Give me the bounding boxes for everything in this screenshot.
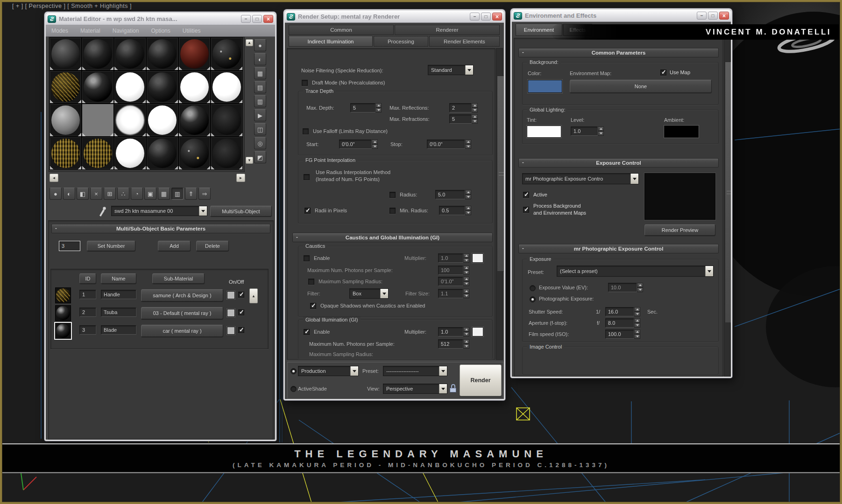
- close-button[interactable]: ×: [719, 12, 729, 20]
- exposure-preset-dropdown[interactable]: (Select a preset): [557, 266, 714, 277]
- set-number-button[interactable]: Set Number: [87, 241, 135, 251]
- environment-titlebar[interactable]: Ƨ Environment and Effects – □ ×: [512, 10, 731, 22]
- material-count-field[interactable]: 3: [59, 241, 80, 251]
- max-refractions-field[interactable]: 5: [449, 114, 472, 124]
- material-sample-slot[interactable]: [211, 104, 243, 137]
- filter-dropdown[interactable]: Box: [349, 288, 389, 299]
- go-forward-to-sibling-icon[interactable]: ⇒: [198, 188, 211, 200]
- name-field[interactable]: Handle: [101, 290, 136, 299]
- tab-common[interactable]: Common: [289, 25, 394, 35]
- use-falloff-checkbox[interactable]: [303, 128, 309, 134]
- material-sample-slot[interactable]: [82, 37, 114, 70]
- dropdown-arrow-icon[interactable]: [350, 366, 358, 376]
- minimize-button[interactable]: –: [697, 12, 707, 20]
- maximize-button[interactable]: □: [252, 15, 262, 23]
- sub-material-thumbnail[interactable]: [55, 305, 71, 321]
- gi-multiplier-field[interactable]: 1.0: [438, 327, 463, 336]
- material-sample-slot[interactable]: [211, 70, 243, 104]
- menu-navigation[interactable]: Navigation: [113, 28, 139, 34]
- caustics-photons-spinner[interactable]: [463, 266, 469, 275]
- gi-photons-spinner[interactable]: [463, 339, 469, 349]
- exposure-value-radio[interactable]: [530, 285, 536, 291]
- make-preview-icon[interactable]: ▶: [254, 109, 266, 121]
- production-radio[interactable]: [290, 368, 297, 374]
- material-sample-slot[interactable]: [211, 137, 243, 170]
- dropdown-arrow-icon[interactable]: [465, 65, 473, 75]
- minimize-button[interactable]: –: [470, 13, 480, 21]
- material-sample-slot[interactable]: [178, 104, 211, 137]
- tab-indirect-illumination[interactable]: Indirect Illumination: [289, 36, 373, 47]
- maximize-button[interactable]: □: [481, 13, 491, 21]
- select-by-material-icon[interactable]: ◎: [254, 137, 266, 149]
- caustics-multiplier-field[interactable]: 1.0: [438, 253, 463, 263]
- radius-checkbox[interactable]: [389, 192, 396, 198]
- id-field[interactable]: 1: [79, 290, 96, 299]
- caustics-gi-rollout[interactable]: - Caustics and Global Illumination (GI): [292, 233, 493, 242]
- menu-options[interactable]: Options: [151, 28, 170, 34]
- dropdown-arrow-icon[interactable]: [630, 174, 638, 184]
- dropdown-arrow-icon[interactable]: [380, 289, 388, 298]
- filter-size-field[interactable]: 1.1: [438, 289, 463, 298]
- make-material-copy-icon[interactable]: ⊞: [104, 188, 116, 200]
- tab-processing[interactable]: Processing: [374, 36, 428, 47]
- mr-exposure-rollout[interactable]: - mr Photographic Exposure Control: [518, 244, 719, 253]
- make-unique-icon[interactable]: ∴: [117, 188, 129, 200]
- min-radius-spinner[interactable]: [465, 206, 471, 215]
- shutter-speed-field[interactable]: 16.0: [605, 307, 634, 316]
- sub-material-thumbnail[interactable]: [55, 287, 71, 303]
- ambient-color-swatch[interactable]: [664, 126, 699, 138]
- background-icon[interactable]: ▦: [254, 67, 266, 79]
- exposure-value-field[interactable]: 10.0: [608, 283, 637, 292]
- get-material-icon[interactable]: ●: [50, 188, 62, 200]
- render-button[interactable]: Render: [460, 364, 502, 396]
- gi-multiplier-spinner[interactable]: [463, 327, 469, 336]
- reset-map-icon[interactable]: ×: [90, 188, 102, 200]
- render-preview-button[interactable]: Render Preview: [644, 224, 715, 236]
- max-depth-spinner[interactable]: [375, 103, 382, 112]
- view-dropdown[interactable]: Perspective: [383, 384, 447, 394]
- process-background-checkbox[interactable]: [523, 207, 529, 213]
- content-scrollbar[interactable]: [496, 48, 503, 360]
- film-speed-spinner[interactable]: [634, 329, 640, 339]
- show-map-in-viewport-icon[interactable]: ▦: [158, 188, 170, 200]
- material-sample-slot[interactable]: [82, 104, 114, 137]
- radius-spinner[interactable]: [465, 190, 471, 199]
- filter-size-spinner[interactable]: [463, 289, 469, 298]
- sub-material-button[interactable]: samune ( Arch & Design ): [141, 289, 223, 301]
- caustics-sampling-radius-field[interactable]: 0'1.0": [438, 277, 463, 286]
- material-sample-slot[interactable]: [114, 37, 146, 70]
- common-parameters-rollout[interactable]: - Common Parameters: [518, 48, 719, 57]
- noise-filtering-dropdown[interactable]: Standard: [428, 65, 474, 75]
- active-checkbox[interactable]: [523, 192, 529, 198]
- gi-multiplier-swatch[interactable]: [472, 327, 483, 336]
- min-radius-checkbox[interactable]: [389, 208, 396, 214]
- sub-material-column-header[interactable]: Sub-Material: [152, 273, 205, 284]
- material-sample-slot[interactable]: [114, 137, 146, 170]
- material-sample-slot[interactable]: [114, 104, 146, 137]
- delete-button[interactable]: Delete: [196, 241, 229, 251]
- use-radius-interpolation-checkbox[interactable]: [304, 174, 310, 180]
- material-sample-slot[interactable]: [50, 37, 82, 70]
- slots-scroll-left-button[interactable]: ◄: [50, 174, 58, 182]
- sub-material-color-swatch[interactable]: [227, 309, 235, 317]
- material-sample-slot[interactable]: [50, 137, 82, 170]
- collapse-icon[interactable]: -: [522, 245, 524, 251]
- material-sample-slot[interactable]: [82, 70, 114, 104]
- material-sample-slot[interactable]: [82, 137, 114, 170]
- id-field[interactable]: 2: [79, 308, 96, 317]
- max-depth-field[interactable]: 5: [350, 103, 375, 112]
- max-refractions-spinner[interactable]: [472, 114, 478, 124]
- go-to-parent-icon[interactable]: ⇑: [185, 188, 197, 200]
- sub-material-button[interactable]: 03 - Default ( mental ray ): [141, 307, 223, 319]
- exposure-control-rollout[interactable]: - Exposure Control: [518, 158, 719, 168]
- maximize-button[interactable]: □: [708, 12, 718, 20]
- material-editor-options-icon[interactable]: ◫: [254, 123, 266, 135]
- draft-mode-checkbox[interactable]: [302, 80, 308, 86]
- tint-color-swatch[interactable]: [527, 126, 561, 138]
- material-sample-slot[interactable]: [114, 70, 146, 104]
- video-color-check-icon[interactable]: ▥: [254, 95, 266, 107]
- photographic-exposure-radio[interactable]: [530, 296, 536, 302]
- material-sample-slot[interactable]: [211, 37, 243, 70]
- name-field[interactable]: Tsuba: [101, 308, 136, 317]
- caustics-multiplier-spinner[interactable]: [463, 253, 469, 263]
